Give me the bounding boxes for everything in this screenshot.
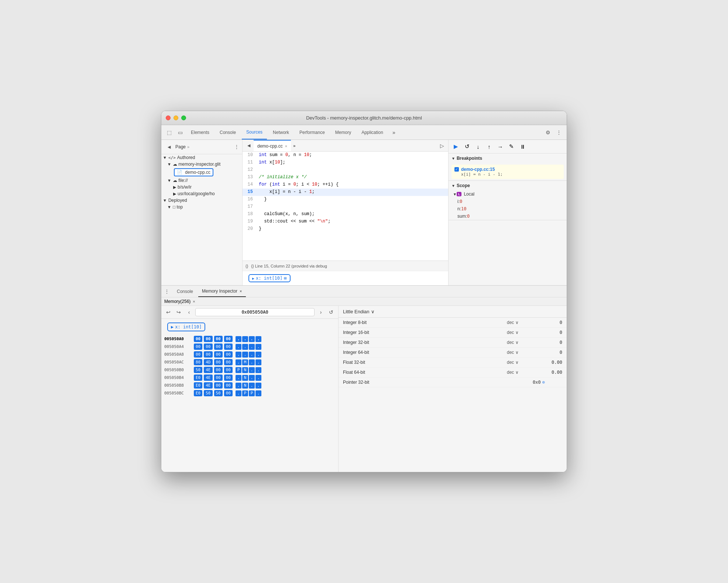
tab-network[interactable]: Network [268,125,293,139]
var-chip[interactable]: ▶ x: int[10] ⊞ [248,274,291,282]
ascii-char[interactable]: . [255,344,261,350]
hex-byte-value[interactable]: 80 [194,359,202,365]
ascii-char[interactable]: M [242,359,248,365]
close-memory-tab-icon[interactable]: × [240,289,242,293]
hex-byte-value[interactable]: 00 [204,351,212,358]
ascii-char[interactable]: . [255,367,261,373]
hex-byte-value[interactable]: 4E [204,367,212,373]
ascii-char[interactable]: . [236,344,241,350]
ascii-char[interactable]: . [255,359,261,365]
ascii-char[interactable]: . [236,375,241,381]
ascii-char[interactable]: . [236,359,241,365]
memory-format-select[interactable]: dec ∨ [507,360,533,365]
ascii-char[interactable]: . [249,359,255,365]
hex-byte-value[interactable]: E0 [194,382,202,389]
hex-byte-value[interactable]: 00 [224,336,233,342]
hex-byte-value[interactable]: 00 [224,375,233,381]
step-out-btn[interactable]: ↑ [484,141,494,152]
top-folder[interactable]: ▼ □ top [161,204,242,210]
memory-format-select[interactable]: dec ∨ [507,320,533,325]
hex-byte-value[interactable]: 00 [194,351,202,358]
more-options-icon[interactable]: ⋮ [554,128,564,137]
ascii-char[interactable]: . [255,383,261,389]
memory-format-select[interactable]: dec ∨ [507,330,533,335]
bsw-folder[interactable]: ▶ b/s/w/ir [161,184,242,190]
ascii-char[interactable]: . [242,352,248,358]
maximize-button[interactable] [181,115,186,120]
nav-back-icon[interactable]: ◀ [164,142,174,152]
nav-next-icon[interactable]: › [317,308,325,316]
memory-format-select[interactable]: dec ∨ [507,350,533,355]
ascii-char[interactable]: P [249,390,255,396]
hex-byte-value[interactable]: 50 [194,367,202,373]
ascii-char[interactable]: P [236,367,241,373]
code-editor[interactable]: 10 int sum = 0, n = 10; 11 int x[10]; 12… [243,152,448,261]
format-icon[interactable]: ▷ [437,141,447,151]
hex-byte-value[interactable]: 00 [214,375,223,381]
tab-application[interactable]: Application [357,125,388,139]
tab-performance[interactable]: Performance [295,125,329,139]
hex-byte-value[interactable]: 4D [204,359,212,365]
ascii-char[interactable]: . [249,336,255,342]
breakpoints-header[interactable]: ▼ Breakpoints [449,153,567,163]
hex-byte-value[interactable]: 00 [214,382,223,389]
ascii-char[interactable]: . [242,336,248,342]
nav-forward-addr-icon[interactable]: ↪ [175,308,183,316]
hex-byte-value[interactable]: E0 [194,390,202,396]
bottom-tab-memory-inspector[interactable]: Memory Inspector × [198,286,245,297]
close-button[interactable] [166,115,171,120]
ascii-char[interactable]: . [249,375,255,381]
ascii-char[interactable]: . [236,383,241,389]
hex-byte-value[interactable]: 00 [214,359,223,365]
ascii-char[interactable]: . [249,352,255,358]
hex-byte-value[interactable]: 00 [224,390,233,396]
hex-byte-value[interactable]: 00 [224,359,233,365]
hex-byte-value[interactable]: 00 [204,336,212,342]
ascii-char[interactable]: . [236,390,241,396]
scope-header[interactable]: ▼ Scope [449,181,567,190]
code-nav-back-icon[interactable]: ◀ [244,141,254,151]
bottom-tab-console[interactable]: Console [173,286,197,297]
step-into-btn[interactable]: ↓ [473,141,483,152]
hex-byte-value[interactable]: E0 [194,375,202,381]
ascii-char[interactable]: N [242,375,248,381]
memory-format-select[interactable]: dec ∨ [507,340,533,345]
demo-cpp-file[interactable]: 📄 demo-cpp.cc [161,168,242,177]
hex-byte-value[interactable]: 50 [204,390,212,396]
bottom-panel-options-icon[interactable]: ⋮ [164,289,172,294]
ascii-char[interactable]: . [255,336,261,342]
ascii-char[interactable]: . [255,352,261,358]
ascii-char[interactable]: . [236,336,241,342]
deactivate-btn[interactable]: ✎ [506,141,516,152]
hex-byte-value[interactable]: 00 [204,344,212,350]
ascii-char[interactable]: . [249,383,255,389]
endian-select[interactable]: Little Endian ∨ [343,309,375,314]
deployed-header[interactable]: ▼ Deployed [161,197,242,204]
minimize-button[interactable] [174,115,178,120]
nav-back-addr-icon[interactable]: ↩ [164,308,172,316]
file-panel-options-icon[interactable]: ⋮ [234,144,239,150]
code-tab-demo-cpp[interactable]: demo-cpp.cc × [254,140,291,151]
close-memory-panel-icon[interactable]: × [193,299,195,304]
hex-byte-value[interactable]: 00 [224,382,233,389]
device-icon[interactable]: ▭ [175,128,185,137]
hex-byte-value[interactable]: 00 [214,344,223,350]
hex-byte-value[interactable]: 00 [224,351,233,358]
close-tab-icon[interactable]: × [285,144,287,148]
cursor-icon[interactable]: ⬚ [164,128,174,137]
more-pages-icon[interactable]: » [187,145,189,149]
ascii-char[interactable]: N [242,383,248,389]
tab-elements[interactable]: Elements [186,125,214,139]
hex-byte-value[interactable]: 00 [194,336,202,342]
pointer-navigate-icon[interactable]: ⊙ [542,380,545,385]
usr-folder[interactable]: ▶ usr/local/google/ho [161,190,242,197]
hex-byte-value[interactable]: 00 [214,351,223,358]
more-code-tabs-icon[interactable]: » [291,144,298,148]
refresh-icon[interactable]: ↺ [327,308,335,316]
bp-location[interactable]: demo-cpp.cc:15 [461,167,495,172]
ascii-char[interactable]: . [255,375,261,381]
file-folder[interactable]: ▼ ☁ file:// [161,177,242,184]
ascii-char[interactable]: . [249,344,255,350]
more-tabs-icon[interactable]: » [389,128,399,137]
ascii-char[interactable]: N [242,367,248,373]
